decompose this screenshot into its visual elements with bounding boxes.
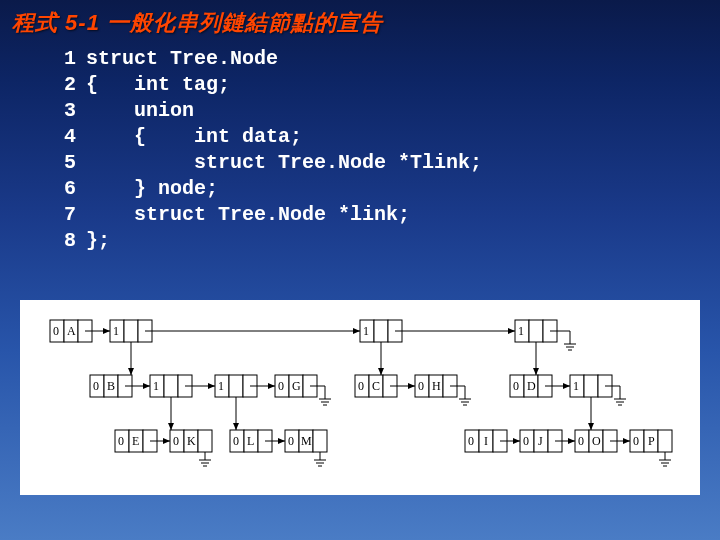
svg-text:0: 0 (523, 434, 529, 448)
line-number: 5 (50, 150, 76, 176)
code-text: struct Tree.Node *link; (86, 202, 410, 228)
svg-text:K: K (187, 434, 196, 448)
svg-text:0: 0 (233, 434, 239, 448)
svg-text:M: M (301, 434, 312, 448)
ground-icon (314, 452, 326, 466)
svg-rect-40 (229, 375, 243, 397)
svg-text:1: 1 (363, 324, 369, 338)
linked-list-diagram: 0A 1 1 1 0B 1 1 0G 0C 0H 0D 1 0E 0K 0L 0… (20, 300, 700, 495)
code-block: 1struct Tree.Node 2{ int tag; 3 union 4 … (0, 42, 720, 254)
node-K: 0K (170, 430, 212, 452)
svg-text:0: 0 (358, 379, 364, 393)
svg-rect-12 (374, 320, 388, 342)
svg-text:0: 0 (93, 379, 99, 393)
svg-rect-111 (313, 430, 327, 452)
code-text: } node; (86, 176, 218, 202)
ground-icon (659, 452, 671, 466)
svg-text:0: 0 (418, 379, 424, 393)
svg-text:0: 0 (278, 379, 284, 393)
svg-text:0: 0 (118, 434, 124, 448)
line-number: 8 (50, 228, 76, 254)
svg-text:0: 0 (513, 379, 519, 393)
svg-text:0: 0 (578, 434, 584, 448)
svg-text:J: J (538, 434, 543, 448)
node-P: 0P (630, 430, 672, 452)
line-number: 3 (50, 98, 76, 124)
svg-text:I: I (484, 434, 488, 448)
svg-text:1: 1 (573, 379, 579, 393)
line-number: 4 (50, 124, 76, 150)
svg-text:P: P (648, 434, 655, 448)
svg-text:0: 0 (53, 324, 59, 338)
svg-text:0: 0 (633, 434, 639, 448)
svg-text:0: 0 (173, 434, 179, 448)
code-text: { int tag; (86, 72, 230, 98)
code-text: { int data; (86, 124, 302, 150)
svg-text:A: A (67, 324, 76, 338)
svg-text:1: 1 (218, 379, 224, 393)
svg-text:E: E (132, 434, 139, 448)
svg-rect-77 (584, 375, 598, 397)
svg-rect-35 (164, 375, 178, 397)
line-number: 2 (50, 72, 76, 98)
svg-rect-138 (658, 430, 672, 452)
svg-text:1: 1 (518, 324, 524, 338)
svg-text:G: G (292, 379, 301, 393)
svg-text:B: B (107, 379, 115, 393)
code-text: union (86, 98, 194, 124)
svg-text:0: 0 (468, 434, 474, 448)
svg-text:H: H (432, 379, 441, 393)
svg-text:D: D (527, 379, 536, 393)
svg-text:1: 1 (113, 324, 119, 338)
svg-text:L: L (247, 434, 254, 448)
svg-text:0: 0 (288, 434, 294, 448)
code-text: struct Tree.Node (86, 46, 278, 72)
line-number: 7 (50, 202, 76, 228)
svg-rect-96 (198, 430, 212, 452)
svg-text:1: 1 (153, 379, 159, 393)
slide-title: 程式 5-1 一般化串列鏈結節點的宣告 (0, 0, 720, 42)
svg-text:O: O (592, 434, 601, 448)
line-number: 1 (50, 46, 76, 72)
line-number: 6 (50, 176, 76, 202)
svg-text:C: C (372, 379, 380, 393)
code-text: }; (86, 228, 110, 254)
node-M: 0M (285, 430, 327, 452)
svg-rect-7 (124, 320, 138, 342)
svg-rect-17 (529, 320, 543, 342)
ground-icon (199, 452, 211, 466)
code-text: struct Tree.Node *Tlink; (86, 150, 482, 176)
